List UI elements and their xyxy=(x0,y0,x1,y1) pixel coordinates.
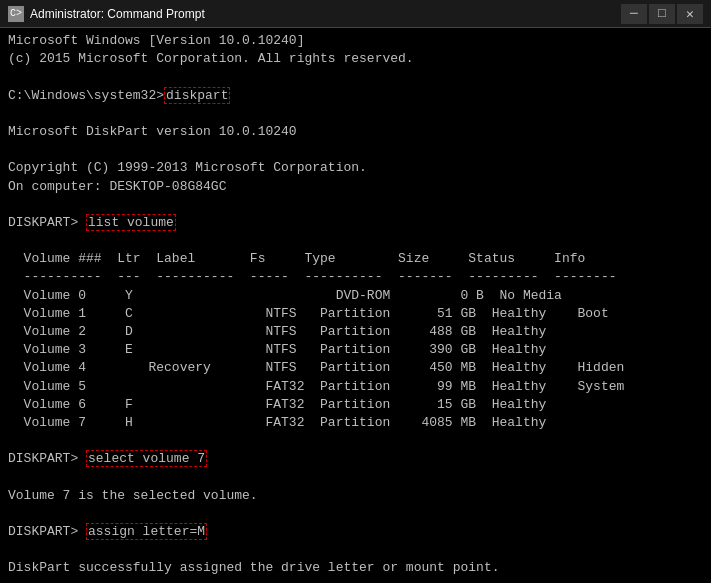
console-line: DISKPART> list volume xyxy=(8,214,703,232)
console-line xyxy=(8,469,703,487)
command-text: select volume 7 xyxy=(86,450,207,467)
console-line xyxy=(8,541,703,559)
prompt: DISKPART> xyxy=(8,215,86,230)
console-line: Volume ### Ltr Label Fs Type Size Status… xyxy=(8,250,703,268)
prompt: DISKPART> xyxy=(8,451,86,466)
console-line: Volume 0 Y DVD-ROM 0 B No Media xyxy=(8,287,703,305)
console-line xyxy=(8,141,703,159)
console-line: Volume 2 D NTFS Partition 488 GB Healthy xyxy=(8,323,703,341)
console-line xyxy=(8,578,703,583)
console-line: ---------- --- ---------- ----- --------… xyxy=(8,268,703,286)
console-line: C:\Windows\system32>diskpart xyxy=(8,87,703,105)
command-text: list volume xyxy=(86,214,176,231)
console-line: Volume 1 C NTFS Partition 51 GB Healthy … xyxy=(8,305,703,323)
command-text: diskpart xyxy=(164,87,230,104)
prompt: DISKPART> xyxy=(8,524,86,539)
console-line xyxy=(8,196,703,214)
command-prompt-window: C> Administrator: Command Prompt ─ □ ✕ M… xyxy=(0,0,711,583)
console-line: DiskPart successfully assigned the drive… xyxy=(8,559,703,577)
console-line xyxy=(8,105,703,123)
console-line: Microsoft DiskPart version 10.0.10240 xyxy=(8,123,703,141)
console-line: On computer: DESKTOP-08G84GC xyxy=(8,178,703,196)
console-line: Volume 7 H FAT32 Partition 4085 MB Healt… xyxy=(8,414,703,432)
minimize-button[interactable]: ─ xyxy=(621,4,647,24)
console-line: Microsoft Windows [Version 10.0.10240] xyxy=(8,32,703,50)
console-line: Copyright (C) 1999-2013 Microsoft Corpor… xyxy=(8,159,703,177)
console-line: Volume 6 F FAT32 Partition 15 GB Healthy xyxy=(8,396,703,414)
console-line: Volume 7 is the selected volume. xyxy=(8,487,703,505)
console-line: Volume 5 FAT32 Partition 99 MB Healthy S… xyxy=(8,378,703,396)
console-line xyxy=(8,432,703,450)
window-controls: ─ □ ✕ xyxy=(621,4,703,24)
window-icon: C> xyxy=(8,6,24,22)
command-text: assign letter=M xyxy=(86,523,207,540)
console-line: DISKPART> assign letter=M xyxy=(8,523,703,541)
title-bar: C> Administrator: Command Prompt ─ □ ✕ xyxy=(0,0,711,28)
console-line: Volume 4 Recovery NTFS Partition 450 MB … xyxy=(8,359,703,377)
console-line xyxy=(8,68,703,86)
console-line xyxy=(8,505,703,523)
console-line xyxy=(8,232,703,250)
close-button[interactable]: ✕ xyxy=(677,4,703,24)
console-line: DISKPART> select volume 7 xyxy=(8,450,703,468)
console-line: Volume 3 E NTFS Partition 390 GB Healthy xyxy=(8,341,703,359)
console-line: (c) 2015 Microsoft Corporation. All righ… xyxy=(8,50,703,68)
maximize-button[interactable]: □ xyxy=(649,4,675,24)
console-output: Microsoft Windows [Version 10.0.10240](c… xyxy=(0,28,711,583)
prompt: C:\Windows\system32> xyxy=(8,88,164,103)
window-title: Administrator: Command Prompt xyxy=(30,7,621,21)
